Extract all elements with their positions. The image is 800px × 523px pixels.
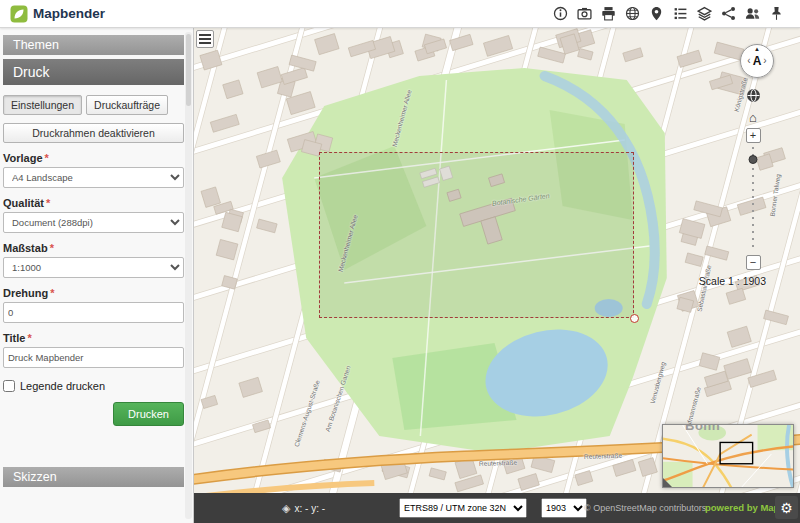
overview-viewport-rect[interactable] — [720, 442, 753, 463]
print-tabs: Einstellungen Druckaufträge — [3, 95, 184, 115]
sidebar: Themen Druck Einstellungen Druckaufträge… — [0, 28, 194, 523]
header: Mapbender — [0, 0, 800, 28]
vorlage-select[interactable]: A4 Landscape — [3, 167, 184, 188]
crosshair-icon: ◈ — [282, 502, 290, 515]
required-mark: * — [27, 332, 31, 344]
map-marker-icon[interactable] — [649, 6, 664, 21]
print-frame[interactable] — [319, 152, 634, 318]
tab-druckauftraege[interactable]: Druckaufträge — [86, 95, 168, 115]
mouse-position: ◈ x: - y: - — [282, 493, 325, 523]
legende-label: Legende drucken — [20, 380, 105, 392]
mapbender-app: Mapbender Themen Druck Einstellungen Dru… — [0, 0, 800, 523]
panel-skizzen[interactable]: Skizzen — [3, 467, 184, 487]
overview-city-label: Bonn — [685, 424, 720, 433]
scale-indicator: Scale 1 : 1903 — [699, 275, 766, 287]
statusbar: ◈ x: - y: - ETRS89 / UTM zone 32N 1903 ©… — [194, 493, 800, 523]
info-icon[interactable] — [553, 6, 568, 21]
compass-letter: A — [753, 54, 762, 68]
zoom-out-button[interactable]: − — [746, 255, 761, 270]
required-mark: * — [46, 197, 50, 209]
pin-icon[interactable] — [769, 6, 784, 21]
vorlage-field: Vorlage* A4 Landscape — [3, 152, 184, 188]
settings-gear-button[interactable]: ⚙ — [775, 496, 798, 519]
legend-list-icon[interactable] — [673, 6, 688, 21]
mapbender-logo-icon — [10, 5, 28, 23]
home-icon[interactable]: ⌂ — [749, 111, 757, 124]
logo-text: Mapbender — [33, 6, 105, 21]
drucken-button[interactable]: Drucken — [113, 402, 184, 426]
users-icon[interactable] — [745, 6, 760, 21]
compass-rotation-control[interactable]: ▲ ‹ A › — [740, 44, 774, 78]
map-controls: ⌂ + − — [745, 88, 761, 270]
print-frame-rotate-handle[interactable] — [630, 314, 639, 323]
map-canvas[interactable]: Meckenheimer Allee Meckenheimer Allee Am… — [194, 28, 800, 493]
qualitaet-select[interactable]: Document (288dpi) — [3, 212, 184, 233]
compass-needle-icon: ▲ — [754, 46, 760, 52]
required-mark: * — [45, 152, 49, 164]
overview-map[interactable]: Bonn — [662, 424, 794, 488]
vorlage-label: Vorlage — [3, 152, 43, 164]
print-icon[interactable] — [601, 6, 616, 21]
massstab-label: Maßstab — [3, 242, 48, 254]
street-label: Reuterstraße — [479, 459, 517, 467]
share-icon[interactable] — [721, 6, 736, 21]
logo[interactable]: Mapbender — [10, 5, 105, 23]
camera-icon[interactable] — [577, 6, 592, 21]
drehung-input[interactable] — [3, 302, 184, 323]
title-label: Title — [3, 332, 25, 344]
globe-icon[interactable] — [625, 6, 640, 21]
scrollbar-thumb[interactable] — [186, 34, 191, 106]
qualitaet-field: Qualität* Document (288dpi) — [3, 197, 184, 233]
required-mark: * — [50, 242, 54, 254]
overview-toggle-icon[interactable] — [663, 478, 672, 487]
rotate-right-arrow[interactable]: › — [763, 56, 766, 66]
scale-select[interactable]: 1903 — [541, 498, 587, 518]
massstab-select[interactable]: 1:1000 — [3, 257, 184, 278]
street-label: Reuterstraße — [584, 452, 622, 460]
layers-icon[interactable] — [697, 6, 712, 21]
massstab-field: Maßstab* 1:1000 — [3, 242, 184, 278]
drehung-label: Drehung — [3, 287, 48, 299]
overview-tiles — [663, 425, 793, 487]
attribution: © OpenStreetMap contributors — [584, 493, 706, 523]
title-input[interactable] — [3, 347, 184, 368]
zoom-slider[interactable] — [749, 147, 758, 251]
required-mark: * — [50, 287, 54, 299]
layertree-toggle-button[interactable] — [196, 30, 214, 48]
srs-select[interactable]: ETRS89 / UTM zone 32N — [399, 498, 527, 518]
zoom-slider-thumb[interactable] — [749, 155, 758, 164]
qualitaet-label: Qualität — [3, 197, 44, 209]
max-extent-globe-icon[interactable] — [746, 88, 761, 107]
gear-icon: ⚙ — [780, 501, 793, 515]
rotate-left-arrow[interactable]: ‹ — [747, 56, 750, 66]
zoom-in-button[interactable]: + — [746, 128, 761, 143]
panel-themen[interactable]: Themen — [3, 35, 184, 55]
panel-druck[interactable]: Druck — [3, 59, 184, 85]
sidebar-scrollbar[interactable] — [185, 32, 192, 519]
title-field: Title* — [3, 332, 184, 368]
header-toolbar — [553, 6, 784, 21]
tab-einstellungen[interactable]: Einstellungen — [3, 95, 82, 115]
legende-row: Legende drucken — [3, 380, 184, 392]
legende-checkbox[interactable] — [3, 380, 15, 392]
deactivate-printframe-button[interactable]: Druckrahmen deaktivieren — [3, 123, 184, 143]
coords-text: x: - y: - — [294, 503, 325, 514]
powered-by-link[interactable]: powered by Mapbender — [705, 493, 777, 523]
drehung-field: Drehung* — [3, 287, 184, 323]
